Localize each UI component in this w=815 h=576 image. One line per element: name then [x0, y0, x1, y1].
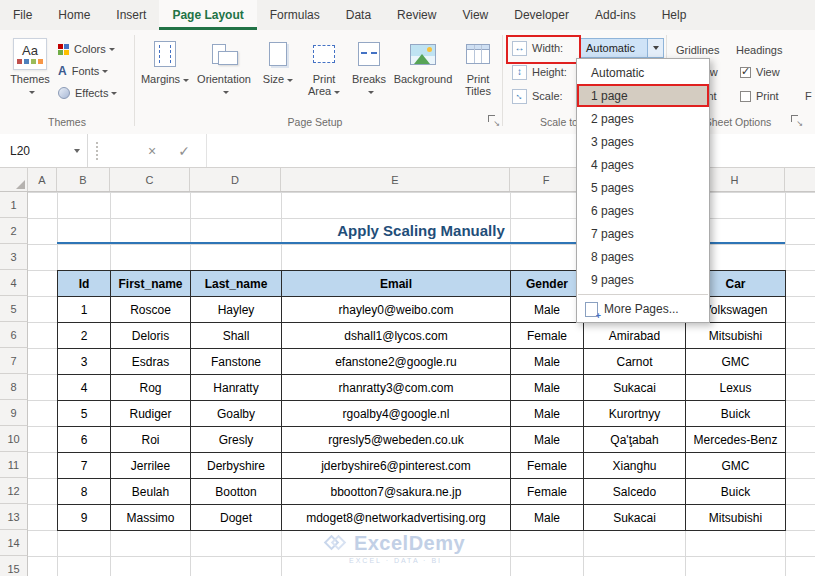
- column-header-D[interactable]: D: [190, 168, 281, 191]
- dropdown-option-5-pages[interactable]: 5 pages: [577, 176, 709, 199]
- table-cell[interactable]: Sukacai: [584, 505, 686, 531]
- dropdown-option-9-pages[interactable]: 9 pages: [577, 268, 709, 291]
- table-cell[interactable]: Kurortnyy: [584, 401, 686, 427]
- row-header-9[interactable]: 9: [0, 400, 28, 426]
- table-header-cell[interactable]: Gender: [511, 271, 584, 297]
- dropdown-option-automatic[interactable]: Automatic: [577, 61, 709, 84]
- column-header-E[interactable]: E: [281, 168, 510, 191]
- row-header-15[interactable]: 15: [0, 556, 28, 576]
- table-cell[interactable]: Amirabad: [584, 323, 686, 349]
- table-cell[interactable]: Male: [511, 427, 584, 453]
- table-cell[interactable]: rgoalby4@google.nl: [282, 401, 511, 427]
- table-cell[interactable]: Lexus: [686, 375, 786, 401]
- table-cell[interactable]: Female: [511, 479, 584, 505]
- table-cell[interactable]: Mitsubishi: [686, 505, 786, 531]
- table-cell[interactable]: 4: [58, 375, 111, 401]
- table-cell[interactable]: Male: [511, 401, 584, 427]
- dropdown-option-2-pages[interactable]: 2 pages: [577, 107, 709, 130]
- table-cell[interactable]: Rudiger: [111, 401, 191, 427]
- table-cell[interactable]: 1: [58, 297, 111, 323]
- table-cell[interactable]: Doget: [191, 505, 282, 531]
- row-header-5[interactable]: 5: [0, 296, 28, 322]
- dropdown-option-7-pages[interactable]: 7 pages: [577, 222, 709, 245]
- table-cell[interactable]: Female: [511, 453, 584, 479]
- table-cell[interactable]: Esdras: [111, 349, 191, 375]
- table-cell[interactable]: Buick: [686, 479, 786, 505]
- table-cell[interactable]: 9: [58, 505, 111, 531]
- table-cell[interactable]: Hanratty: [191, 375, 282, 401]
- table-cell[interactable]: Sukacai: [584, 375, 686, 401]
- column-header-F[interactable]: F: [510, 168, 583, 191]
- dropdown-option-3-pages[interactable]: 3 pages: [577, 130, 709, 153]
- table-cell[interactable]: Deloris: [111, 323, 191, 349]
- table-cell[interactable]: rgresly5@webeden.co.uk: [282, 427, 511, 453]
- table-cell[interactable]: 6: [58, 427, 111, 453]
- table-cell[interactable]: GMC: [686, 453, 786, 479]
- table-cell[interactable]: Fanstone: [191, 349, 282, 375]
- table-cell[interactable]: GMC: [686, 349, 786, 375]
- table-cell[interactable]: 3: [58, 349, 111, 375]
- table-cell[interactable]: Jerrilee: [111, 453, 191, 479]
- table-header-cell[interactable]: Email: [282, 271, 511, 297]
- table-cell[interactable]: dshall1@lycos.com: [282, 323, 511, 349]
- table-cell[interactable]: jderbyshire6@pinterest.com: [282, 453, 511, 479]
- row-header-13[interactable]: 13: [0, 504, 28, 530]
- row-header-3[interactable]: 3: [0, 244, 28, 270]
- row-header-2[interactable]: 2: [0, 218, 28, 244]
- row-header-14[interactable]: 14: [0, 530, 28, 556]
- table-cell[interactable]: efanstone2@google.ru: [282, 349, 511, 375]
- table-cell[interactable]: Gresly: [191, 427, 282, 453]
- table-header-cell[interactable]: Id: [58, 271, 111, 297]
- column-header-A[interactable]: A: [28, 168, 57, 191]
- table-cell[interactable]: 2: [58, 323, 111, 349]
- table-cell[interactable]: Massimo: [111, 505, 191, 531]
- table-cell[interactable]: rhayley0@weibo.com: [282, 297, 511, 323]
- table-cell[interactable]: Male: [511, 297, 584, 323]
- table-cell[interactable]: bbootton7@sakura.ne.jp: [282, 479, 511, 505]
- row-header-11[interactable]: 11: [0, 452, 28, 478]
- table-cell[interactable]: Male: [511, 375, 584, 401]
- dropdown-option-1-page[interactable]: 1 page: [577, 84, 709, 107]
- table-cell[interactable]: Salcedo: [584, 479, 686, 505]
- row-header-1[interactable]: 1: [0, 192, 28, 218]
- table-cell[interactable]: Roscoe: [111, 297, 191, 323]
- column-header-blank[interactable]: [785, 168, 815, 191]
- table-cell[interactable]: Derbyshire: [191, 453, 282, 479]
- table-cell[interactable]: Beulah: [111, 479, 191, 505]
- dropdown-option-6-pages[interactable]: 6 pages: [577, 199, 709, 222]
- table-cell[interactable]: Rog: [111, 375, 191, 401]
- table-cell[interactable]: 7: [58, 453, 111, 479]
- table-cell[interactable]: Roi: [111, 427, 191, 453]
- table-cell[interactable]: Qa'ţabah: [584, 427, 686, 453]
- table-cell[interactable]: Female: [511, 323, 584, 349]
- dropdown-option-8-pages[interactable]: 8 pages: [577, 245, 709, 268]
- row-header-7[interactable]: 7: [0, 348, 28, 374]
- table-cell[interactable]: rhanratty3@com.com: [282, 375, 511, 401]
- table-cell[interactable]: Mitsubishi: [686, 323, 786, 349]
- table-cell[interactable]: Xianghu: [584, 453, 686, 479]
- table-cell[interactable]: Carnot: [584, 349, 686, 375]
- row-header-4[interactable]: 4: [0, 270, 28, 296]
- row-header-6[interactable]: 6: [0, 322, 28, 348]
- table-cell[interactable]: Shall: [191, 323, 282, 349]
- table-cell[interactable]: Mercedes-Benz: [686, 427, 786, 453]
- column-header-C[interactable]: C: [110, 168, 190, 191]
- table-cell[interactable]: Goalby: [191, 401, 282, 427]
- table-cell[interactable]: Bootton: [191, 479, 282, 505]
- table-cell[interactable]: Hayley: [191, 297, 282, 323]
- width-dropdown-menu: Automatic1 page2 pages3 pages4 pages5 pa…: [576, 58, 710, 323]
- table-header-cell[interactable]: First_name: [111, 271, 191, 297]
- column-header-B[interactable]: B: [57, 168, 110, 191]
- table-cell[interactable]: Male: [511, 505, 584, 531]
- table-cell[interactable]: mdoget8@networkadvertising.org: [282, 505, 511, 531]
- table-header-cell[interactable]: Last_name: [191, 271, 282, 297]
- table-cell[interactable]: Male: [511, 349, 584, 375]
- table-cell[interactable]: 8: [58, 479, 111, 505]
- dropdown-option-more-pages[interactable]: More Pages...: [577, 298, 709, 320]
- dropdown-option-4-pages[interactable]: 4 pages: [577, 153, 709, 176]
- row-header-10[interactable]: 10: [0, 426, 28, 452]
- row-header-12[interactable]: 12: [0, 478, 28, 504]
- row-header-8[interactable]: 8: [0, 374, 28, 400]
- table-cell[interactable]: 5: [58, 401, 111, 427]
- table-cell[interactable]: Buick: [686, 401, 786, 427]
